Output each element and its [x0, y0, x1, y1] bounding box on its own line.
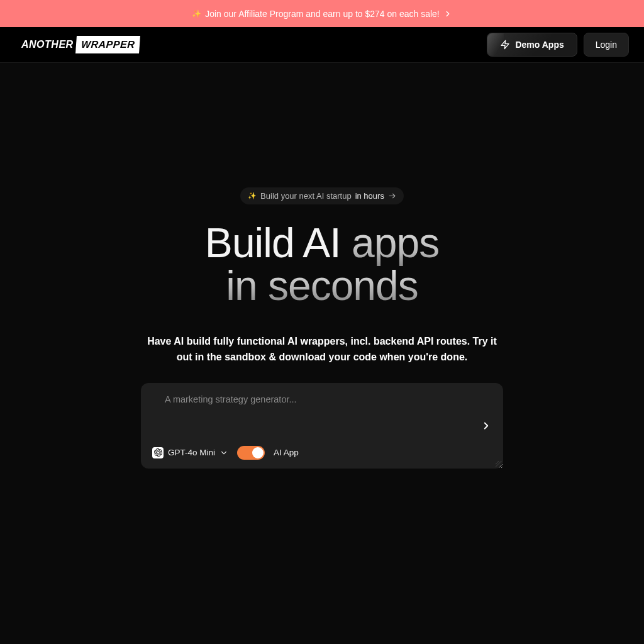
logo-text-left: ANOTHER	[20, 36, 77, 53]
hero-subhead: Have AI build fully functional AI wrappe…	[140, 334, 504, 365]
chevron-down-icon	[219, 448, 228, 457]
hero: ✨ Build your next AI startup in hours Bu…	[0, 63, 644, 469]
login-button[interactable]: Login	[584, 33, 629, 57]
toggle-knob	[252, 447, 264, 458]
top-nav: ANOTHER WRAPPER Demo Apps Login	[0, 27, 644, 63]
affiliate-banner[interactable]: ✨ Join our Affiliate Program and earn up…	[0, 0, 644, 27]
model-label: GPT-4o Mini	[168, 448, 215, 457]
ai-app-toggle-label: AI App	[274, 448, 299, 457]
headline-line1-b: apps	[352, 219, 439, 266]
svg-marker-0	[501, 40, 509, 48]
affiliate-banner-text: Join our Affiliate Program and earn up t…	[205, 9, 440, 19]
nav-actions: Demo Apps Login	[487, 33, 629, 57]
chevron-right-icon	[480, 420, 492, 431]
prompt-input[interactable]	[165, 394, 480, 435]
ai-app-toggle[interactable]	[237, 446, 265, 460]
chevron-right-icon	[443, 9, 452, 18]
sparkle-icon: ✨	[248, 192, 257, 200]
hero-headline: Build AI apps in seconds	[205, 222, 439, 308]
hero-pill-bold: in hours	[355, 191, 384, 201]
openai-icon	[152, 447, 164, 458]
submit-button[interactable]	[478, 418, 494, 434]
model-selector[interactable]: GPT-4o Mini	[152, 447, 228, 458]
prompt-box: GPT-4o Mini AI App	[141, 383, 503, 469]
prompt-footer: GPT-4o Mini AI App	[152, 446, 493, 460]
logo[interactable]: ANOTHER WRAPPER	[20, 36, 140, 53]
logo-text-right: WRAPPER	[75, 36, 140, 53]
headline-line2: in seconds	[205, 265, 439, 308]
hero-pill[interactable]: ✨ Build your next AI startup in hours	[240, 187, 404, 204]
sparkle-icon: ✨	[192, 9, 201, 18]
hero-pill-text: Build your next AI startup	[260, 191, 352, 201]
demo-apps-button[interactable]: Demo Apps	[487, 33, 577, 57]
demo-apps-label: Demo Apps	[515, 40, 564, 50]
lightning-icon	[500, 40, 510, 50]
login-label: Login	[596, 40, 617, 50]
headline-line1-a: Build AI	[205, 219, 352, 266]
arrow-right-icon	[388, 192, 396, 200]
